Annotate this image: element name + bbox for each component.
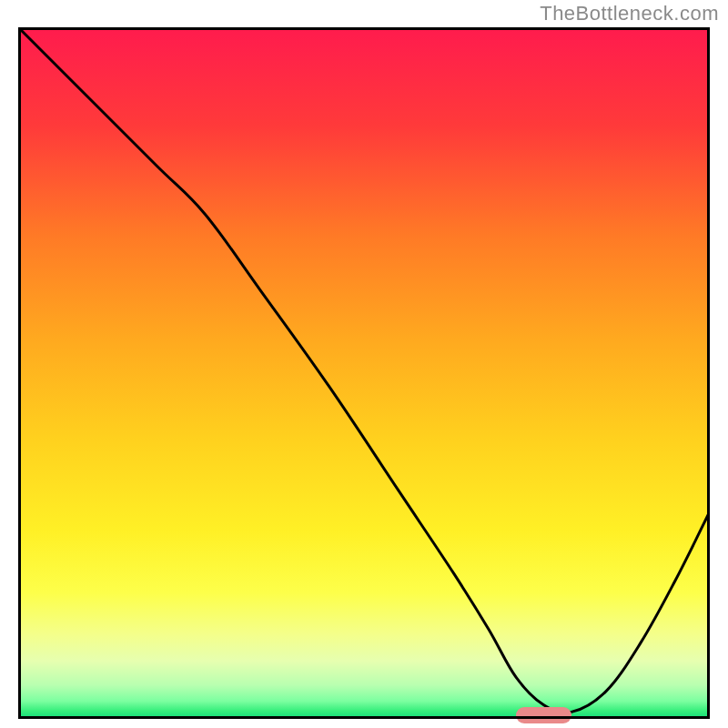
attribution-text: TheBottleneck.com	[540, 2, 719, 25]
bottleneck-curve	[18, 27, 710, 713]
chart-svg	[18, 27, 710, 719]
chart-plot-area	[18, 27, 710, 719]
optimal-range-marker	[516, 707, 571, 723]
